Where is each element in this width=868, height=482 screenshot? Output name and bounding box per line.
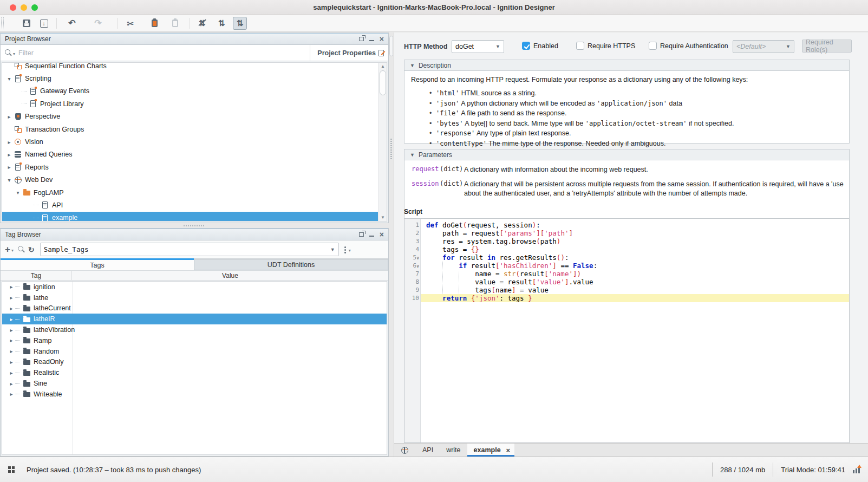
project-tree-item[interactable]: example	[2, 212, 378, 222]
float-panel-icon[interactable]	[359, 232, 364, 237]
code-line[interactable]: 7 name = str(result['name'])	[404, 270, 849, 278]
copy-button[interactable]	[147, 17, 161, 30]
code-line[interactable]: 10 return {'json': tags }	[404, 294, 849, 302]
save-button[interactable]	[19, 17, 34, 30]
tag-tree-item[interactable]: ▸ReadOnly	[2, 357, 387, 368]
project-tree-item[interactable]: ▸Vision	[2, 135, 378, 148]
horizontal-splitter[interactable]	[0, 223, 389, 228]
expander-icon[interactable]: ▾	[5, 177, 13, 183]
default-roles-select[interactable]: <Default> ▼	[733, 40, 794, 53]
redo-button[interactable]: ↷	[91, 17, 105, 30]
project-tree-item[interactable]: API	[2, 199, 378, 211]
project-tree-item[interactable]: Transaction Groups	[2, 123, 378, 135]
minimize-panel-icon[interactable]	[369, 236, 374, 237]
column-header-value[interactable]: Value	[72, 271, 388, 280]
expander-icon[interactable]: ▸	[8, 284, 15, 290]
expander-icon[interactable]: ▸	[8, 359, 15, 365]
project-tree-item[interactable]: ▾Web Dev	[2, 174, 378, 186]
expander-icon[interactable]: ▸	[5, 139, 13, 145]
tag-tree-item[interactable]: ▸Writeable	[2, 389, 387, 400]
expander-icon[interactable]: ▸	[5, 152, 13, 158]
code-line[interactable]: 3 res = system.tag.browse(path)	[404, 237, 849, 245]
http-method-select[interactable]: doGet ▼	[452, 40, 504, 53]
tag-tree-item[interactable]: ▸Realistic	[2, 367, 387, 378]
column-header-tag[interactable]: Tag	[1, 271, 72, 280]
project-filter-input[interactable]	[18, 49, 310, 57]
enabled-checkbox[interactable]	[522, 42, 530, 50]
splitter-collapse-button[interactable]	[389, 36, 393, 56]
trial-gauge-icon[interactable]	[853, 466, 860, 473]
editor-tab-API[interactable]: API	[416, 444, 440, 457]
project-tree-item[interactable]: Sequential Function Charts	[2, 62, 378, 72]
expander-icon[interactable]: ▸	[8, 348, 15, 354]
expander-icon[interactable]: ▾	[14, 190, 22, 196]
save-import-button[interactable]: ↓	[37, 17, 51, 30]
tag-tree-item[interactable]: ▸ignition	[2, 282, 387, 292]
scroll-up-icon[interactable]: ▲	[379, 64, 387, 69]
project-tree-item[interactable]: ▸Perspective	[2, 110, 378, 123]
close-panel-icon[interactable]: ×	[380, 231, 384, 238]
editor-tab-write[interactable]: write	[440, 444, 467, 457]
project-filter-box[interactable]: ▾	[1, 45, 310, 61]
grid-menu-icon[interactable]	[8, 466, 15, 473]
project-browser-header[interactable]: Project Browser ×	[1, 33, 388, 45]
project-tree-item[interactable]: Project Library	[2, 97, 378, 110]
scrollbar-thumb[interactable]	[380, 70, 386, 95]
split-compare-button[interactable]: ⇅	[233, 17, 247, 30]
close-panel-icon[interactable]: ×	[380, 35, 384, 43]
parameters-section-header[interactable]: ▼ Parameters	[404, 149, 849, 160]
require-auth-checkbox[interactable]	[649, 42, 657, 50]
code-line[interactable]: 8 value = result['value'].value	[404, 278, 849, 286]
code-line[interactable]: 6∨ if result['hasChildren'] == False:	[404, 262, 849, 270]
fold-arrow-icon[interactable]: ∨	[416, 264, 419, 269]
close-tab-icon[interactable]: ×	[506, 446, 511, 454]
code-line[interactable]: 2 path = request['params']['path']	[404, 229, 849, 237]
tag-browser-header[interactable]: Tag Browser ×	[1, 229, 388, 240]
paste-button[interactable]	[168, 17, 182, 30]
project-tree-scrollbar[interactable]: ▲ ▼	[378, 63, 387, 221]
tab-tags[interactable]: Tags	[1, 258, 194, 270]
tag-tree-item[interactable]: ▸latheVibration	[2, 324, 387, 335]
search-tags-button[interactable]	[18, 246, 25, 253]
expander-icon[interactable]: ▸	[5, 114, 13, 120]
project-tree-item[interactable]: ▸Named Queries	[2, 148, 378, 161]
expander-icon[interactable]: ▸	[8, 381, 15, 387]
expander-icon[interactable]: ▸	[8, 295, 15, 301]
tab-udt-definitions[interactable]: UDT Definitions	[194, 258, 388, 270]
expander-icon[interactable]: ▸	[8, 391, 15, 397]
tag-tree-item[interactable]: ▸latheCurrent	[2, 303, 387, 314]
code-line[interactable]: 1def doGet(request, session):	[404, 221, 849, 229]
overflow-menu-icon[interactable]	[344, 246, 346, 248]
required-roles-field[interactable]: Required Role(s)	[802, 40, 852, 53]
editor-tab-example[interactable]: example×	[467, 444, 515, 457]
project-tree-item[interactable]: ▾FogLAMP	[2, 186, 378, 199]
tag-tree-item[interactable]: ▸Random	[2, 346, 387, 357]
vertical-splitter[interactable]	[389, 32, 394, 457]
refresh-tags-button[interactable]: ↻	[28, 245, 35, 254]
tag-tree-item[interactable]: ▸Sine	[2, 378, 387, 389]
project-tree-item[interactable]: Gateway Events	[2, 85, 378, 97]
project-tree-item[interactable]: ▾Scripting	[2, 72, 378, 84]
fold-arrow-icon[interactable]: ∨	[416, 256, 419, 260]
float-panel-icon[interactable]	[359, 37, 364, 41]
expander-icon[interactable]: ▾	[5, 76, 13, 82]
expander-icon[interactable]: ▸	[8, 327, 15, 333]
minimize-panel-icon[interactable]	[369, 40, 374, 41]
project-properties-button[interactable]: Project Properties	[310, 49, 388, 57]
tag-tree-item[interactable]: ▸lathe	[2, 292, 387, 303]
description-section-header[interactable]: ▼ Description	[404, 60, 849, 71]
tag-tree-item[interactable]: ▸latheIR	[2, 314, 387, 324]
expander-icon[interactable]: ▸	[8, 305, 15, 311]
expander-icon[interactable]: ▸	[8, 370, 15, 376]
add-tag-button[interactable]: +▾	[5, 245, 15, 254]
expander-icon[interactable]: ▸	[8, 337, 15, 343]
expander-icon[interactable]: ▸	[5, 164, 13, 170]
require-https-checkbox[interactable]	[576, 42, 584, 50]
cut-button[interactable]: ✂	[123, 17, 138, 30]
tag-tree-item[interactable]: ▸Ramp	[2, 335, 387, 346]
compare-button[interactable]: ⇅	[214, 17, 229, 30]
toolbar-drag-handle[interactable]	[1, 17, 4, 29]
scroll-down-icon[interactable]: ▼	[379, 215, 387, 220]
project-tree-item[interactable]: ▸Reports	[2, 161, 378, 173]
expander-icon[interactable]: ▸	[8, 316, 15, 322]
